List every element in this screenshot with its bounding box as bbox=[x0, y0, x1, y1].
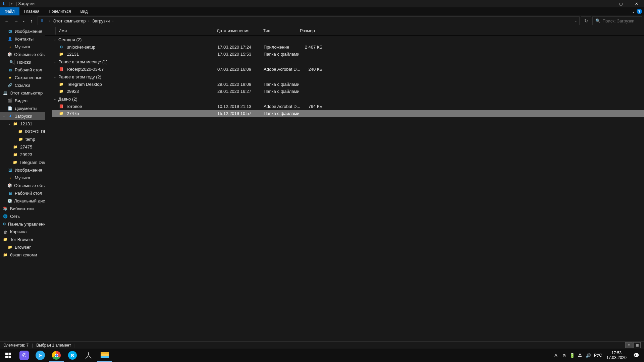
up-button[interactable]: ↑ bbox=[27, 16, 36, 25]
history-dropdown-icon[interactable]: ⌄ bbox=[21, 16, 27, 25]
taskbar-app-generic[interactable]: 人 bbox=[80, 349, 97, 362]
sidebar-item[interactable]: 📁29923 bbox=[0, 151, 45, 159]
taskbar-app-skype[interactable]: S bbox=[64, 349, 80, 362]
sidebar-item[interactable]: 📁ISOFOLDER bbox=[0, 128, 45, 135]
chevron-right-icon[interactable]: › bbox=[49, 19, 50, 23]
sidebar-item[interactable]: ♪Музыка bbox=[0, 43, 45, 51]
file-row[interactable]: 📕готовое10.12.2019 21:13Adobe Acrobat D.… bbox=[52, 103, 644, 110]
file-row[interactable]: 📁2992329.01.2020 16:27Папка с файлами bbox=[52, 88, 644, 95]
breadcrumb[interactable]: Этот компьютер bbox=[53, 18, 86, 23]
address-dropdown-icon[interactable]: ⌄ bbox=[575, 19, 577, 22]
sidebar-item[interactable]: ♪Музыка bbox=[0, 174, 45, 182]
expand-icon[interactable]: ⌄ bbox=[0, 92, 1, 95]
column-name[interactable]: Имя bbox=[55, 27, 214, 35]
column-size[interactable]: Размер bbox=[297, 27, 322, 35]
sidebar-item[interactable]: 🖥Рабочий стол bbox=[0, 189, 45, 197]
sidebar-item[interactable]: 🎬Видео bbox=[0, 97, 45, 105]
help-icon[interactable]: ? bbox=[637, 9, 642, 14]
refresh-button[interactable]: ↻ bbox=[581, 16, 591, 25]
view-thumbnails-button[interactable]: ▦ bbox=[633, 342, 641, 348]
sidebar-item[interactable]: 📁Telegram Desktop bbox=[0, 159, 45, 166]
expand-icon[interactable]: ⌄ bbox=[8, 122, 11, 126]
sidebar-item[interactable]: 📄Документы bbox=[0, 105, 45, 112]
sidebar-item[interactable]: 🖼Изображения bbox=[0, 27, 45, 35]
chevron-right-icon[interactable]: › bbox=[112, 19, 113, 23]
tray-battery-icon[interactable]: 🔋 bbox=[568, 349, 576, 362]
collapse-icon[interactable]: ⌄ bbox=[54, 97, 56, 101]
start-button[interactable] bbox=[0, 349, 16, 362]
search-input[interactable] bbox=[602, 18, 639, 23]
sidebar-item[interactable]: 💽Локальный диск bbox=[0, 197, 45, 205]
tray-screen-icon[interactable]: ⎚ bbox=[560, 349, 568, 362]
sidebar-item[interactable]: 📁бэкап ксяоми bbox=[0, 251, 45, 259]
column-date[interactable]: Дата изменения bbox=[214, 27, 260, 35]
sidebar-item[interactable]: 🎲Объемные объекты bbox=[0, 182, 45, 189]
sidebar-item[interactable]: 📁temp bbox=[0, 135, 45, 143]
sidebar-item[interactable]: ⌄📁12131 bbox=[0, 120, 45, 128]
collapse-icon[interactable]: ⌄ bbox=[54, 38, 56, 41]
tray-language[interactable]: РУС bbox=[592, 349, 604, 362]
sidebar-item-label: Изображения bbox=[15, 29, 42, 34]
sidebar-item-label: Локальный диск bbox=[14, 198, 45, 203]
minimize-button[interactable]: ─ bbox=[598, 0, 613, 7]
file-name: готовое bbox=[67, 104, 217, 109]
sidebar-item[interactable]: 📁Browser bbox=[0, 243, 45, 251]
search-box[interactable]: 🔍 bbox=[592, 16, 642, 25]
back-button[interactable]: ← bbox=[2, 16, 11, 25]
sidebar-item[interactable]: 🔍Поиски bbox=[0, 58, 45, 66]
expand-icon[interactable]: ⌄ bbox=[3, 115, 6, 118]
sidebar-item[interactable]: ⌄⬇Загрузки bbox=[0, 112, 45, 120]
ribbon-collapse-icon[interactable]: ⌄ bbox=[632, 10, 635, 13]
file-row[interactable]: ⚙unlocker-setup17.03.2020 17:24Приложени… bbox=[52, 44, 644, 51]
qat-dropdown-icon[interactable]: ▾ bbox=[11, 2, 12, 5]
sidebar-item[interactable]: 🖥Рабочий стол bbox=[0, 66, 45, 74]
group-header[interactable]: ⌄Давно (2) bbox=[52, 95, 644, 103]
tray-volume-icon[interactable]: 🔊 bbox=[584, 349, 592, 362]
sidebar-item[interactable]: ⚙Панель управления bbox=[0, 220, 45, 228]
sidebar-item[interactable]: 📁Tor Browser bbox=[0, 236, 45, 243]
file-row[interactable]: 📕Receipt2020-03-0707.03.2020 16:09Adobe … bbox=[52, 66, 644, 73]
tray-overflow-icon[interactable]: ᐱ bbox=[552, 349, 560, 362]
sidebar-item[interactable]: 📚Библиотеки bbox=[0, 205, 45, 213]
sidebar-item[interactable]: 🎲Объемные объекты bbox=[0, 51, 45, 58]
collapse-icon[interactable]: ⌄ bbox=[54, 75, 56, 78]
sidebar-item[interactable]: ★Сохраненные bbox=[0, 74, 45, 81]
column-type[interactable]: Тип bbox=[260, 27, 297, 35]
file-row[interactable]: 📁1213117.03.2020 15:53Папка с файлами bbox=[52, 51, 644, 58]
tab-home[interactable]: Главная bbox=[19, 7, 44, 15]
maximize-button[interactable]: ▢ bbox=[613, 0, 629, 7]
file-row[interactable]: 📁Telegram Desktop29.01.2020 18:09Папка с… bbox=[52, 81, 644, 88]
group-header[interactable]: ⌄Сегодня (2) bbox=[52, 36, 644, 44]
tray-clock[interactable]: 17:53 17.03.2020 bbox=[604, 351, 629, 360]
pdf-icon: 📕 bbox=[59, 104, 64, 109]
sidebar-item[interactable]: ⌄💻Этот компьютер bbox=[0, 89, 45, 97]
view-details-button[interactable]: ≡ bbox=[625, 342, 633, 348]
sidebar-item[interactable]: 👤Контакты bbox=[0, 35, 45, 43]
chevron-right-icon[interactable]: › bbox=[89, 19, 90, 23]
sidebar-item-label: Ссылки bbox=[15, 83, 30, 88]
close-button[interactable]: ✕ bbox=[629, 0, 644, 7]
address-bar[interactable]: 🖥 › Этот компьютер › Загрузки › ⌄ bbox=[38, 16, 580, 25]
taskbar-app-viber[interactable]: ✆ bbox=[16, 349, 32, 362]
sidebar-item[interactable]: 🗑Корзина bbox=[0, 228, 45, 236]
forward-button[interactable]: → bbox=[11, 16, 21, 25]
group-header[interactable]: ⌄Ранее в этом месяце (1) bbox=[52, 58, 644, 66]
navigation-pane[interactable]: 🖼Изображения👤Контакты♪Музыка🎲Объемные об… bbox=[0, 26, 45, 341]
sidebar-item[interactable]: 📁27475 bbox=[0, 143, 45, 151]
taskbar-app-explorer[interactable] bbox=[97, 349, 113, 362]
file-list[interactable]: ⌄Сегодня (2)⚙unlocker-setup17.03.2020 17… bbox=[45, 36, 644, 341]
tab-share[interactable]: Поделиться bbox=[44, 7, 75, 15]
sidebar-item[interactable]: 🖼Изображения bbox=[0, 166, 45, 174]
taskbar-app-chrome[interactable] bbox=[48, 349, 64, 362]
taskbar-app-telegram[interactable]: ➤ bbox=[32, 349, 48, 362]
sidebar-item[interactable]: 🔗Ссылки bbox=[0, 81, 45, 89]
file-row[interactable]: 📁2747515.12.2019 10:57Папка с файлами bbox=[52, 110, 644, 117]
tray-network-icon[interactable]: 🖧 bbox=[576, 349, 584, 362]
sidebar-item[interactable]: 🌐Сеть bbox=[0, 213, 45, 220]
breadcrumb[interactable]: Загрузки bbox=[92, 18, 110, 23]
group-header[interactable]: ⌄Ранее в этом году (2) bbox=[52, 73, 644, 81]
collapse-icon[interactable]: ⌄ bbox=[54, 60, 56, 63]
tab-view[interactable]: Вид bbox=[75, 7, 92, 15]
tray-notifications-icon[interactable]: 💬1 bbox=[629, 349, 643, 362]
tab-file[interactable]: Файл bbox=[0, 7, 19, 15]
